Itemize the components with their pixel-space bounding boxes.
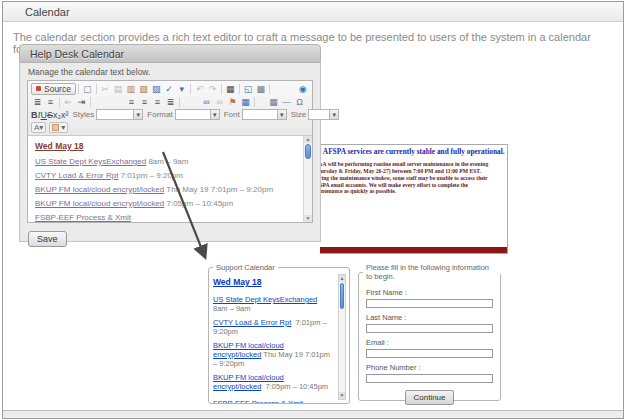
size-select[interactable]: ▾ <box>308 109 339 120</box>
font-select[interactable]: ▾ <box>242 109 287 120</box>
status-message-text: All AFSPA services are currently stable … <box>320 148 508 195</box>
source-button[interactable]: Source <box>31 83 76 95</box>
calendar-event: BKUP FM local/cloud encrypt/locked Thu M… <box>213 341 333 368</box>
continue-button[interactable]: Continue <box>405 390 453 405</box>
unlink-icon[interactable]: ∞ <box>213 96 226 108</box>
calendar-event: CVTY Load & Error Rpt 7:01pm – 9:20pm <box>213 318 333 336</box>
first-name-label: First Name : <box>366 288 493 297</box>
indent-icon[interactable]: ⇥ <box>75 96 88 108</box>
align-right-icon[interactable]: ≡ <box>151 96 164 108</box>
footer-strip <box>3 410 623 418</box>
table-icon[interactable]: ▦ <box>239 96 252 108</box>
outdent-icon[interactable]: ⇤ <box>62 96 75 108</box>
page: Calendar The calendar section provides a… <box>2 1 624 419</box>
status-accent-bar <box>320 247 507 253</box>
editor-event: BKUP FM local/cloud encrypt/locked 7:05p… <box>35 200 296 208</box>
support-calendar-legend: Support Calendar <box>213 263 278 272</box>
editor-toolbar: Source ▢ ✂ ▤ ▥ ▧ ▨ ✓ ▾ ↶ ↷ <box>28 81 312 136</box>
support-calendar-widget: Support Calendar Wed May 18 US State Dep… <box>208 263 350 404</box>
editor-event: FSBP-EEF Process & Xmit <box>35 214 296 222</box>
editor-event: CVTY Load & Error Rpt 7:01pm – 9:20pm <box>35 172 296 180</box>
phone-number-input[interactable] <box>366 374 493 383</box>
scroll-up-icon[interactable]: ▲ <box>339 275 345 282</box>
about-icon[interactable]: ◉ <box>296 83 309 95</box>
maximize-icon[interactable]: ◱ <box>242 83 255 95</box>
align-center-icon[interactable]: ≡ <box>138 96 151 108</box>
editor-event: US State Dept KeysExchanged 8am – 9am <box>35 158 296 166</box>
insert-table-icon[interactable]: ▦ <box>267 96 280 108</box>
align-left-icon[interactable]: ≡ <box>125 96 138 108</box>
last-name-label: Last Name : <box>366 313 493 322</box>
scroll-down-icon[interactable]: ▼ <box>304 215 312 222</box>
calendar-event: BKUP FM local/cloud encrypt/locked 7:05p… <box>213 373 333 391</box>
last-name-input[interactable] <box>366 324 493 333</box>
subscript-button[interactable]: x₂ <box>53 109 61 121</box>
size-label: Size <box>291 110 307 119</box>
horizontal-rule-icon[interactable]: ― <box>280 96 293 108</box>
email-input[interactable] <box>366 349 493 358</box>
signup-form: Please fill in the following information… <box>358 263 501 401</box>
new-page-icon[interactable]: ▢ <box>81 83 94 95</box>
event-link[interactable]: CVTY Load & Error Rpt <box>213 318 291 327</box>
color-swatch-icon <box>52 124 59 131</box>
redo-icon[interactable]: ↷ <box>206 83 219 95</box>
paste-word-icon[interactable]: ▨ <box>150 83 163 95</box>
status-body: IT&A will be performing routine email se… <box>320 161 508 194</box>
calendar-event: FSBP-EEF Process & Xmit <box>213 399 333 403</box>
background-color-button[interactable]: ▾ <box>49 122 68 133</box>
text-color-button[interactable]: A ▾ <box>31 122 46 133</box>
calendar-day-heading: Wed May 18 <box>213 278 333 287</box>
page-header: Calendar <box>3 2 623 22</box>
bulleted-list-icon[interactable]: ≡ <box>44 96 57 108</box>
calendar-event: US State Dept KeysExchanged 8am – 9am <box>213 295 333 313</box>
numbered-list-icon[interactable]: ≣ <box>31 96 44 108</box>
link-icon[interactable]: ∞ <box>200 96 213 108</box>
signup-form-legend: Please fill in the following information… <box>363 263 500 281</box>
first-name-input[interactable] <box>366 299 493 308</box>
anchor-icon[interactable]: ⚑ <box>226 96 239 108</box>
format-label: Format <box>147 110 172 119</box>
event-link[interactable]: FSBP-EEF Process & Xmit <box>213 399 303 403</box>
rich-text-editor: Source ▢ ✂ ▤ ▥ ▧ ▨ ✓ ▾ ↶ ↷ <box>27 80 313 223</box>
support-calendar-list: Wed May 18 US State Dept KeysExchanged 8… <box>209 272 349 403</box>
scrollbar-thumb[interactable] <box>305 144 311 159</box>
save-button[interactable]: Save <box>28 231 67 247</box>
format-select[interactable]: ▾ <box>175 109 220 120</box>
superscript-button[interactable]: x² <box>61 109 69 121</box>
paste-icon[interactable]: ▥ <box>124 83 137 95</box>
image-icon[interactable]: ▦ <box>224 83 237 95</box>
email-label: Email : <box>366 338 493 347</box>
event-link[interactable]: US State Dept KeysExchanged <box>35 157 146 166</box>
event-link[interactable]: FSBP-EEF Process & Xmit <box>35 213 131 222</box>
editor-instruction: Manage the calendar text below. <box>28 67 313 77</box>
copy-icon[interactable]: ▤ <box>112 83 125 95</box>
page-title: Calendar <box>25 6 70 18</box>
event-link[interactable]: US State Dept KeysExchanged <box>213 295 317 304</box>
source-icon <box>36 86 41 91</box>
status-headline: All AFSPA services are currently stable … <box>320 148 508 156</box>
editor-content[interactable]: Wed May 18 US State Dept KeysExchanged 8… <box>28 136 312 222</box>
event-link[interactable]: CVTY Load & Error Rpt <box>35 171 118 180</box>
spellcheck-icon[interactable]: ✓ <box>163 83 176 95</box>
editor-scrollbar[interactable]: ▲ ▼ <box>303 136 312 222</box>
align-justify-icon[interactable]: ≣ <box>164 96 177 108</box>
special-char-icon[interactable]: Ω <box>293 96 306 108</box>
calendar-scrollbar[interactable]: ▲ ▼ <box>338 274 346 400</box>
event-link[interactable]: BKUP FM local/cloud encrypt/locked <box>35 185 164 194</box>
cut-icon[interactable]: ✂ <box>99 83 112 95</box>
help-desk-calendar-panel: Help Desk Calendar Manage the calendar t… <box>19 44 321 242</box>
scroll-up-icon[interactable]: ▲ <box>304 136 312 143</box>
paste-text-icon[interactable]: ▧ <box>137 83 150 95</box>
phone-number-label: Phone Number : <box>366 363 493 372</box>
status-message-panel: All AFSPA services are currently stable … <box>320 144 508 254</box>
panel-title: Help Desk Calendar <box>30 48 124 60</box>
show-blocks-icon[interactable]: ▩ <box>254 83 267 95</box>
editor-event: BKUP FM local/cloud encrypt/locked Thu M… <box>35 186 296 194</box>
event-link[interactable]: BKUP FM local/cloud encrypt/locked <box>35 199 164 208</box>
undo-icon[interactable]: ↶ <box>193 83 206 95</box>
styles-select[interactable]: ▾ <box>96 109 143 120</box>
spellcheck-dropdown-icon[interactable]: ▾ <box>175 83 188 95</box>
scrollbar-thumb[interactable] <box>340 283 344 309</box>
scroll-down-icon[interactable]: ▼ <box>339 392 345 399</box>
panel-header: Help Desk Calendar <box>19 44 321 63</box>
